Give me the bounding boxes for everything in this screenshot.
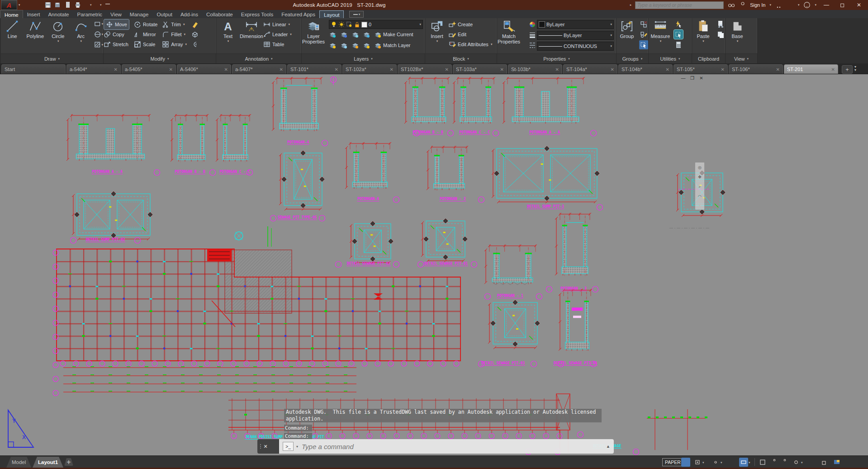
paper-space-button[interactable]: PAPER — [662, 458, 683, 466]
zoom-icon[interactable]: ⌕ — [698, 184, 701, 189]
ribbon-tab-layout[interactable]: Layout — [319, 10, 344, 19]
panel-label-clipboard[interactable]: Clipboard — [692, 53, 725, 64]
panel-label-utilities[interactable]: Utilities▾ — [649, 53, 692, 64]
new-file-icon[interactable] — [24, 1, 32, 9]
close-tab-icon[interactable]: ✕ — [555, 67, 559, 72]
minimize-button[interactable]: — — [820, 1, 833, 9]
isolate-objects-icon[interactable] — [821, 458, 830, 467]
annotation-angle-icon[interactable] — [728, 458, 737, 467]
close-tab-icon[interactable]: ✕ — [831, 67, 835, 72]
file-tab-a-5406[interactable]: A-5406*✕ — [177, 64, 231, 74]
steering-wheel-icon[interactable]: ◎ — [698, 165, 702, 170]
arc-button[interactable]: Arc▾ — [70, 19, 92, 43]
ribbon-tab-view[interactable]: View — [106, 10, 126, 18]
annotation-visibility-icon[interactable] — [770, 458, 779, 467]
file-tab-st-104a[interactable]: ST-104a*✕ — [563, 64, 617, 74]
file-tab-st-105[interactable]: ST-105*✕ — [674, 64, 728, 74]
binoculars-icon[interactable] — [727, 1, 735, 9]
autocad-logo[interactable]: A — [1, 0, 17, 10]
layer-properties-button[interactable]: Layer Properties — [302, 19, 325, 44]
new-layout-button[interactable]: + — [64, 458, 73, 466]
leader-button[interactable]: Leader▾ — [263, 29, 292, 39]
object-snap-icon-dropdown[interactable]: ▾ — [702, 461, 704, 464]
array-button[interactable]: Array▾ — [162, 39, 187, 49]
close-tab-icon[interactable]: ✕ — [335, 67, 338, 72]
workspace-gear-icon-dropdown[interactable]: ▾ — [801, 461, 803, 464]
groupsel-button[interactable] — [639, 40, 648, 49]
panel-label-layers[interactable]: Layers▾ — [302, 53, 425, 64]
file-tab-st-103b[interactable]: St-103b*✕ — [508, 64, 562, 74]
file-tab-a-5407[interactable]: a-5407*✕ — [232, 64, 286, 74]
isodraft-icon[interactable] — [711, 458, 720, 467]
create-button[interactable]: Create — [449, 19, 492, 29]
ribbon-tab-output[interactable]: Output — [152, 10, 176, 18]
ribbon-tab-parametric[interactable]: Parametric — [73, 10, 107, 18]
file-tab-st-101[interactable]: ST-101*✕ — [287, 64, 342, 74]
base-button[interactable]: Base▾ — [726, 19, 749, 43]
quickselect-button[interactable] — [674, 19, 683, 29]
copy-button[interactable]: Copy — [104, 29, 129, 39]
panel-label-modify[interactable]: Modify▾ — [104, 53, 216, 64]
command-palette[interactable]: ✕ >_ ▾ ▲ — [257, 439, 614, 454]
file-tab-st-102a[interactable]: ST-102a*✕ — [342, 64, 397, 74]
ribbon-tab-manage[interactable]: Manage — [126, 10, 153, 18]
user-icon[interactable] — [739, 1, 746, 9]
layer-tool-lt4-icon[interactable] — [363, 31, 370, 38]
ltype-button[interactable] — [528, 41, 537, 50]
object-snap-icon[interactable] — [693, 458, 702, 467]
cart-icon[interactable] — [775, 1, 783, 9]
close-tab-icon[interactable]: ✕ — [500, 67, 504, 72]
recttool-button[interactable]: ▾ — [94, 19, 103, 29]
ribbon-tab-home[interactable]: Home — [0, 10, 23, 19]
panel-label-groups[interactable]: Groups▾ — [617, 53, 648, 64]
model-tab[interactable]: Model — [6, 457, 31, 468]
fillet-button[interactable]: Fillet▾ — [162, 29, 187, 39]
orbit-icon[interactable]: ◠ — [698, 194, 702, 199]
panel-label-annotation[interactable]: Annotation▾ — [216, 53, 301, 64]
new-drawing-tab-button[interactable]: + — [842, 65, 853, 74]
save-icon[interactable] — [44, 1, 52, 9]
group-button[interactable]: Group — [617, 19, 637, 39]
fullscreen-icon[interactable] — [846, 458, 855, 467]
linetype-select[interactable]: CONTINUOUS▾ — [537, 42, 614, 51]
file-tab-st-104b[interactable]: ST-104b*✕ — [618, 64, 673, 74]
layer-tool-lt2-icon[interactable] — [340, 31, 347, 38]
ribbon-options-control[interactable]: ▾ — [349, 11, 364, 18]
file-tab-st-103a[interactable]: ST-103a*✕ — [453, 64, 507, 74]
isodraft-icon-dropdown[interactable]: ▾ — [721, 461, 722, 464]
panel-label-draw[interactable]: Draw▾ — [1, 53, 103, 64]
crosshair-plus-icon[interactable] — [809, 458, 818, 467]
line-button[interactable]: Line — [1, 19, 24, 39]
apps-dropdown-icon[interactable]: ▾ — [798, 3, 800, 7]
file-tab-st-106[interactable]: ST-106*✕ — [729, 64, 783, 74]
close-tab-icon[interactable]: ✕ — [776, 67, 780, 72]
match-layer-button[interactable]: Match Layer — [374, 42, 411, 49]
layer-tool-lt5-icon[interactable] — [329, 42, 336, 49]
rotate-button[interactable]: Rotate — [134, 19, 157, 29]
polyline-button[interactable]: Polyline — [24, 19, 47, 39]
tab-overflow-icon[interactable]: ▾▾ — [854, 65, 856, 72]
panel-label-block[interactable]: Block▾ — [425, 53, 497, 64]
drawing-canvas[interactable]: POTONGAN A - APOTONGAN B - BPOTONGAN C -… — [0, 74, 868, 455]
groupedit-button[interactable] — [639, 30, 648, 39]
trim-button[interactable]: Trim▾ — [162, 19, 187, 29]
lineweight-select[interactable]: ByLayer▾ — [537, 31, 614, 40]
mirror-button[interactable]: Mirror — [134, 29, 157, 39]
layer-tool-lt1-icon[interactable] — [329, 31, 336, 38]
plot-icon[interactable] — [74, 1, 82, 9]
close-tab-icon[interactable]: ✕ — [390, 67, 394, 72]
command-expand-icon[interactable]: ▲ — [606, 444, 610, 449]
copyclip-button[interactable] — [716, 30, 725, 39]
stretch-button[interactable]: Stretch — [104, 39, 129, 49]
explode-button[interactable] — [191, 29, 199, 39]
insert-button[interactable]: Insert▾ — [426, 19, 448, 43]
autodesk-a-icon[interactable] — [786, 1, 794, 9]
ribbon-tab-collaborate[interactable]: Collaborate — [202, 10, 237, 18]
file-tab-a-5404[interactable]: a-5404*✕ — [66, 64, 121, 74]
ribbon-tab-annotate[interactable]: Annotate — [44, 10, 73, 18]
open-icon[interactable] — [34, 1, 42, 9]
close-tab-icon[interactable]: ✕ — [280, 67, 283, 72]
ungroup-button[interactable] — [639, 19, 648, 29]
close-button[interactable]: ✕ — [853, 1, 865, 9]
workspace-gear-icon[interactable] — [792, 458, 801, 467]
